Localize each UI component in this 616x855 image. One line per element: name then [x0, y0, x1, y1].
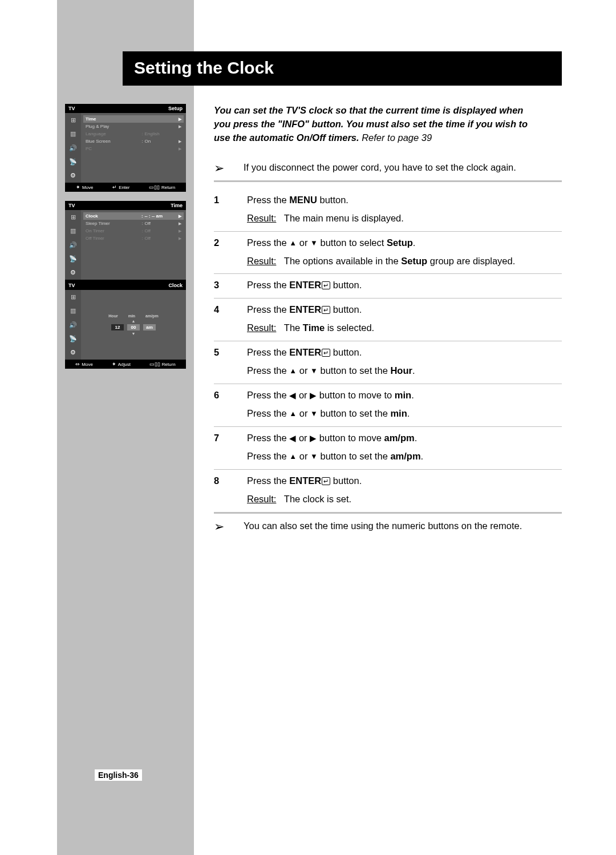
osd-footer: ⇔Move ✦Adjust ▭▯▯Return	[65, 360, 186, 369]
osd-body: ⊞ ▥ 🔊 📡 ⚙ Hour min am/pm ▲ 12 00 am ▼	[65, 290, 186, 360]
step-3: 3 Press the ENTER↵ button.	[214, 274, 562, 299]
osd-time: TV Time ⊞ ▥ 🔊 📡 ⚙ Clock:-- : -- am▶ Slee…	[65, 201, 186, 289]
row-ontimer: On Timer:Off▶	[83, 227, 184, 235]
osd-body: ⊞ ▥ 🔊 📡 ⚙ Time▶ Plug & Play▶ Language:En…	[65, 113, 186, 183]
row-bluescreen: Blue Screen:On▶	[83, 138, 184, 145]
osd-body: ⊞ ▥ 🔊 📡 ⚙ Clock:-- : -- am▶ Sleep Timer:…	[65, 210, 186, 280]
input-icon: ⊞	[65, 113, 81, 127]
page-number: English-36	[95, 769, 142, 781]
note-top: ➢ If you disconnect the power cord, you …	[214, 161, 562, 182]
return-icon: ▭▯▯	[149, 184, 160, 190]
osd-sidebar: ⊞ ▥ 🔊 📡 ⚙	[65, 290, 81, 360]
osd-tv-label: TV	[68, 283, 75, 288]
note-icon: ➢	[214, 161, 230, 175]
row-time: Time▶	[83, 115, 184, 123]
channel-icon: 📡	[65, 155, 81, 168]
step-2: 2 Press the ▲ or ▼ button to select Setu…	[214, 232, 562, 275]
return-icon: ▭▯▯	[149, 361, 160, 367]
spinner-up-icon: ▲	[132, 319, 136, 323]
setup-icon: ⚙	[65, 346, 81, 360]
step-6: 6 Press the ◀ or ▶ button to move to min…	[214, 384, 562, 427]
row-language: Language:English	[83, 130, 184, 138]
osd-title: Clock	[168, 283, 183, 288]
move-lr-icon: ⇔	[75, 361, 80, 367]
osd-setup: TV Setup ⊞ ▥ 🔊 📡 ⚙ Time▶ Plug & Play▶ La…	[65, 104, 186, 192]
row-plug: Plug & Play▶	[83, 123, 184, 130]
input-icon: ⊞	[65, 210, 81, 224]
channel-icon: 📡	[65, 332, 81, 345]
note-bottom-text: You can also set the time using the nume…	[244, 519, 522, 533]
page-title-box: Setting the Clock	[123, 51, 562, 86]
row-pc: PC▶	[83, 145, 184, 152]
right-content: You can set the TV'S clock so that the c…	[214, 104, 562, 539]
enter-icon: ↵	[112, 184, 117, 190]
sound-icon: 🔊	[65, 238, 81, 252]
enter-icon: ↵	[322, 477, 330, 485]
osd-tv-label: TV	[68, 203, 75, 208]
enter-icon: ↵	[322, 306, 330, 314]
spinner-down-icon: ▼	[132, 332, 136, 336]
adjust-icon: ✦	[112, 361, 116, 367]
clock-spinner-area: Hour min am/pm ▲ 12 00 am ▼	[81, 290, 186, 360]
enter-icon: ↵	[322, 349, 330, 357]
osd-list: Clock:-- : -- am▶ Sleep Timer:Off▶ On Ti…	[81, 210, 186, 280]
row-offtimer: Off Timer:Off▶	[83, 235, 184, 242]
clock-hour-label: Hour	[108, 314, 117, 318]
osd-sidebar: ⊞ ▥ 🔊 📡 ⚙	[65, 113, 81, 183]
picture-icon: ▥	[65, 127, 81, 140]
intro-text: You can set the TV'S clock so that the c…	[214, 104, 562, 145]
sound-icon: 🔊	[65, 141, 81, 155]
osd-tv-label: TV	[68, 106, 75, 111]
picture-icon: ▥	[65, 304, 81, 317]
clock-ampm-label: am/pm	[145, 314, 159, 318]
min-value: 00	[127, 324, 140, 330]
setup-icon: ⚙	[65, 266, 81, 280]
clock-min-label: min	[128, 314, 135, 318]
osd-clock: TV Clock ⊞ ▥ 🔊 📡 ⚙ Hour min am/pm ▲ 12 0…	[65, 281, 186, 369]
osd-title: Setup	[168, 106, 183, 111]
osd-footer: ✦Move ↵Enter ▭▯▯Return	[65, 183, 186, 192]
osd-header: TV Setup	[65, 104, 186, 113]
step-7: 7 Press the ◀ or ▶ button to move am/pm.…	[214, 427, 562, 470]
step-8: 8 Press the ENTER↵ button. Result: The c…	[214, 470, 562, 514]
page-title: Setting the Clock	[124, 53, 561, 84]
osd-header: TV Clock	[65, 281, 186, 290]
picture-icon: ▥	[65, 224, 81, 237]
step-4: 4 Press the ENTER↵ button. Result: The T…	[214, 299, 562, 341]
step-1: 1 Press the MENU button. Result: The mai…	[214, 189, 562, 232]
row-sleep: Sleep Timer:Off▶	[83, 220, 184, 227]
osd-sidebar: ⊞ ▥ 🔊 📡 ⚙	[65, 210, 81, 280]
ampm-value: am	[143, 324, 156, 330]
sound-icon: 🔊	[65, 318, 81, 332]
note-bottom: ➢ You can also set the time using the nu…	[214, 514, 562, 539]
step-5: 5 Press the ENTER↵ button. Press the ▲ o…	[214, 341, 562, 384]
note-icon: ➢	[214, 519, 230, 533]
hour-value: 12	[111, 324, 124, 330]
osd-title: Time	[171, 203, 183, 208]
clock-spinners: 12 00 am	[111, 324, 156, 330]
steps-list: 1 Press the MENU button. Result: The mai…	[214, 189, 562, 514]
setup-icon: ⚙	[65, 169, 81, 183]
osd-header: TV Time	[65, 201, 186, 210]
enter-icon: ↵	[322, 281, 330, 289]
osd-list: Time▶ Plug & Play▶ Language:English Blue…	[81, 113, 186, 183]
move-icon: ✦	[76, 184, 80, 190]
note-top-text: If you disconnect the power cord, you ha…	[244, 161, 516, 175]
row-clock: Clock:-- : -- am▶	[83, 212, 184, 220]
channel-icon: 📡	[65, 252, 81, 265]
input-icon: ⊞	[65, 290, 81, 304]
